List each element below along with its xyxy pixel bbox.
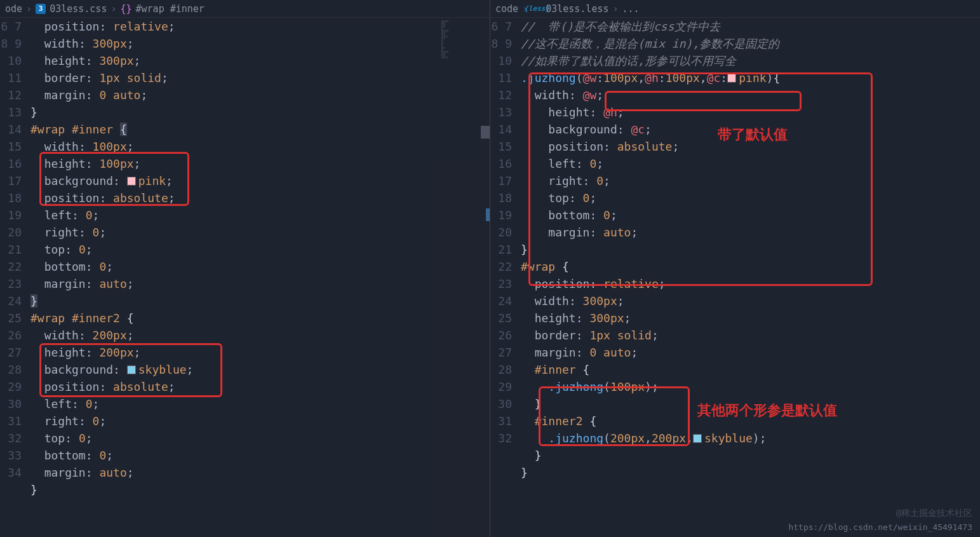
watermark-csdn: https://blog.csdn.net/weixin_45491473: [788, 522, 972, 532]
breadcrumb-symbol[interactable]: ...: [622, 3, 640, 15]
breadcrumb-right[interactable]: code › {less} 03less.less › ...: [490, 0, 980, 18]
code-right[interactable]: // 带()是不会被输出到css文件中去 //这不是函数，是混合(mix in)…: [521, 18, 980, 537]
editor-right[interactable]: 6 7 8 9 10 11 12 13 14 15 16 17 18 19 20…: [490, 18, 980, 537]
breadcrumb-symbol[interactable]: #wrap #inner: [136, 3, 205, 15]
gutter-left: 6 7 8 9 10 11 12 13 14 15 16 17 18 19 20…: [0, 18, 30, 537]
chevron-right-icon: ›: [613, 3, 619, 15]
editor-pane-left: ode › 3 03less.css › {} #wrap #inner 6 7…: [0, 0, 490, 537]
chevron-right-icon: ›: [111, 3, 116, 15]
breadcrumb-file[interactable]: 03less.css: [50, 3, 107, 15]
gutter-right: 6 7 8 9 10 11 12 13 14 15 16 17 18 19 20…: [490, 18, 521, 537]
breadcrumb-file[interactable]: 03less.less: [546, 3, 608, 15]
minimap-left[interactable]: ████ ██████ ████ ████ ████████ ██████ ██…: [439, 18, 490, 537]
selector-icon: {}: [120, 3, 131, 15]
less-file-icon: {less}: [532, 4, 542, 14]
css-file-icon: 3: [36, 4, 46, 14]
watermark-juejin: @稀土掘金技术社区: [896, 508, 972, 519]
breadcrumb-root[interactable]: code: [495, 3, 518, 15]
chevron-right-icon: ›: [26, 3, 32, 15]
editor-left[interactable]: 6 7 8 9 10 11 12 13 14 15 16 17 18 19 20…: [0, 18, 490, 537]
scrollbar-thumb[interactable]: [481, 126, 490, 139]
code-left[interactable]: position: relative; width: 300px; height…: [30, 18, 439, 537]
editor-pane-right: code › {less} 03less.less › ... 6 7 8 9 …: [490, 0, 980, 537]
annotation-text: 其他两个形参是默认值: [697, 402, 837, 419]
scrollbar-marker: [486, 208, 490, 221]
breadcrumb-root[interactable]: ode: [5, 3, 22, 15]
breadcrumb-left[interactable]: ode › 3 03less.css › {} #wrap #inner: [0, 0, 490, 18]
annotation-text: 带了默认值: [718, 126, 788, 143]
